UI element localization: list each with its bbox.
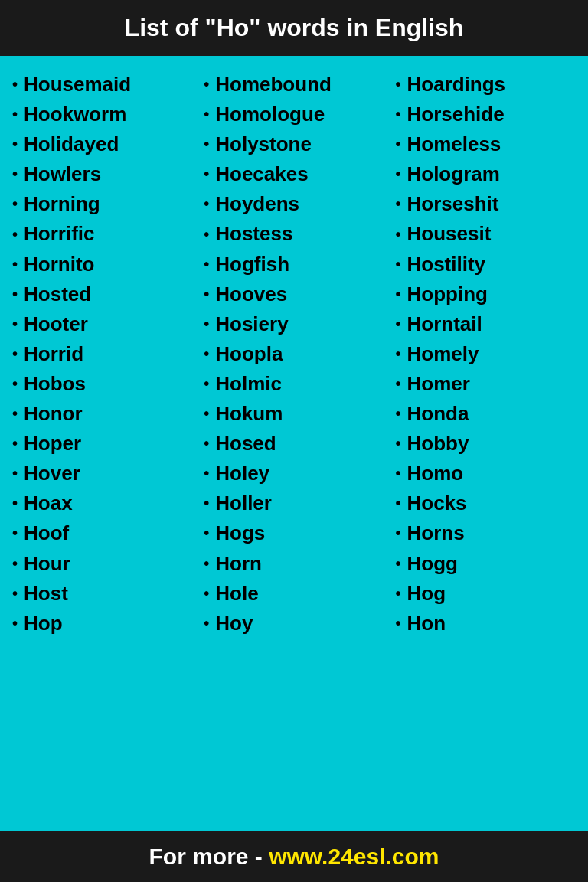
bullet-icon: •	[12, 224, 18, 245]
content-area: •Housemaid•Hookworm•Holidayed•Howlers•Ho…	[0, 56, 588, 831]
list-item: •Hookworm	[12, 101, 193, 128]
word-text: Homo	[407, 460, 463, 487]
word-text: Hobby	[407, 430, 469, 457]
list-item: •Horning	[12, 191, 193, 217]
list-item: •Hooter	[12, 311, 193, 338]
word-text: Hobos	[24, 371, 86, 397]
bullet-icon: •	[395, 224, 400, 245]
word-text: Hogs	[215, 520, 265, 547]
list-item: •Hoydens	[204, 191, 384, 217]
footer-text: For more - www.24esl.com	[149, 844, 439, 869]
for-more-label: For more -	[149, 844, 269, 869]
list-item: •Housesit	[395, 220, 576, 247]
bullet-icon: •	[12, 254, 18, 275]
word-text: Homebound	[215, 71, 332, 98]
bullet-icon: •	[204, 134, 209, 155]
bullet-icon: •	[12, 583, 18, 604]
word-text: Hostility	[407, 251, 485, 278]
bullet-icon: •	[395, 433, 400, 454]
list-item: •Hogs	[204, 520, 384, 547]
list-item: •Hover	[12, 460, 193, 487]
list-item: •Hologram	[395, 161, 576, 188]
bullet-icon: •	[204, 314, 209, 335]
column-3: •Hoardings•Horsehide•Homeless•Hologram•H…	[395, 71, 576, 816]
list-item: •Horntail	[395, 311, 576, 338]
bullet-icon: •	[12, 463, 18, 484]
list-item: •Hogfish	[204, 251, 384, 278]
word-text: Horntail	[407, 311, 482, 338]
list-item: •Hokum	[204, 400, 384, 427]
list-item: •Homeless	[395, 131, 576, 158]
list-item: •Hornito	[12, 251, 193, 278]
bullet-icon: •	[12, 493, 18, 514]
bullet-icon: •	[204, 554, 209, 574]
word-text: Holmic	[215, 371, 282, 397]
word-text: Hosed	[215, 430, 276, 457]
word-text: Hookworm	[24, 101, 126, 128]
list-item: •Homebound	[204, 71, 384, 98]
word-text: Holler	[215, 490, 272, 517]
list-item: •Hoardings	[395, 71, 576, 98]
bullet-icon: •	[204, 493, 209, 514]
word-text: Hosiery	[215, 311, 288, 338]
word-text: Hoper	[24, 430, 81, 457]
word-text: Homely	[407, 341, 479, 368]
bullet-icon: •	[204, 374, 209, 394]
word-text: Honor	[24, 400, 83, 427]
bullet-icon: •	[395, 74, 400, 95]
word-text: Hoy	[215, 610, 253, 637]
bullet-icon: •	[12, 403, 18, 424]
list-item: •Hobos	[12, 371, 193, 397]
list-item: •Honda	[395, 400, 576, 427]
list-item: •Hogg	[395, 550, 576, 577]
list-item: •Hosted	[12, 281, 193, 308]
bullet-icon: •	[204, 463, 209, 484]
word-text: Hoecakes	[215, 161, 308, 188]
bullet-icon: •	[204, 104, 209, 125]
word-text: Horning	[24, 191, 100, 217]
list-item: •Homer	[395, 371, 576, 397]
list-item: •Hobby	[395, 430, 576, 457]
bullet-icon: •	[395, 613, 400, 634]
bullet-icon: •	[395, 314, 400, 335]
bullet-icon: •	[12, 344, 18, 364]
bullet-icon: •	[204, 613, 209, 634]
list-item: •Hoecakes	[204, 161, 384, 188]
word-text: Hole	[215, 580, 258, 607]
word-text: Hoax	[24, 490, 73, 517]
list-item: •Hoy	[204, 610, 384, 637]
word-text: Howlers	[24, 161, 101, 188]
list-item: •Homely	[395, 341, 576, 368]
word-text: Hoydens	[215, 191, 299, 217]
word-text: Hoardings	[407, 71, 505, 98]
bullet-icon: •	[395, 344, 400, 364]
bullet-icon: •	[395, 493, 400, 514]
word-text: Honda	[407, 400, 469, 427]
bullet-icon: •	[12, 134, 18, 155]
bullet-icon: •	[395, 194, 400, 214]
word-text: Hocks	[407, 490, 466, 517]
list-item: •Hole	[204, 580, 384, 607]
list-item: •Hosed	[204, 430, 384, 457]
bullet-icon: •	[395, 104, 400, 125]
bullet-icon: •	[395, 554, 400, 574]
list-item: •Hosiery	[204, 311, 384, 338]
bullet-icon: •	[204, 433, 209, 454]
bullet-icon: •	[12, 164, 18, 185]
bullet-icon: •	[12, 613, 18, 634]
word-text: Hogg	[407, 550, 457, 577]
bullet-icon: •	[204, 74, 209, 95]
word-text: Hosted	[24, 281, 91, 308]
list-item: •Hoof	[12, 520, 193, 547]
list-item: •Horseshit	[395, 191, 576, 217]
word-text: Homeless	[407, 131, 501, 158]
list-item: •Horsehide	[395, 101, 576, 128]
word-text: Host	[24, 580, 68, 607]
word-text: Hopping	[407, 281, 487, 308]
bullet-icon: •	[12, 523, 18, 544]
bullet-icon: •	[395, 374, 400, 394]
list-item: •Hostility	[395, 251, 576, 278]
bullet-icon: •	[204, 583, 209, 604]
bullet-icon: •	[12, 284, 18, 305]
bullet-icon: •	[204, 224, 209, 245]
